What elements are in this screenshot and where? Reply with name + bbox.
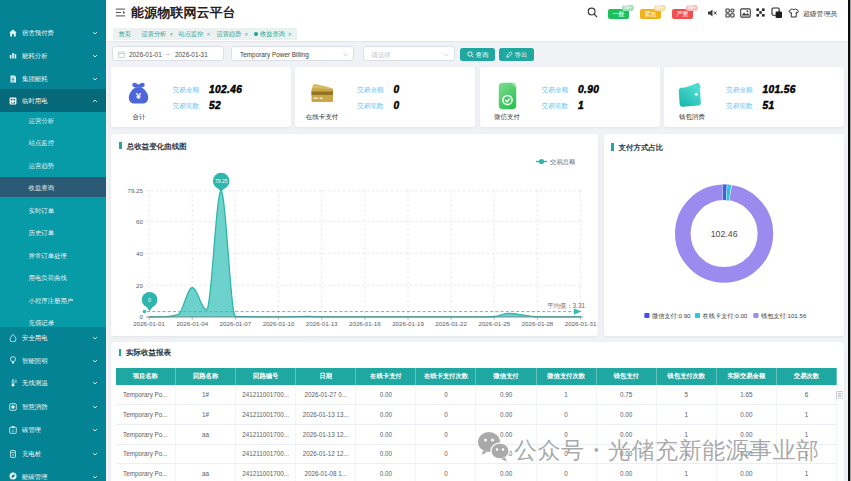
svg-text:2026-01-16: 2026-01-16 [349, 320, 381, 327]
svg-text:0: 0 [148, 297, 151, 303]
svg-text:79.25: 79.25 [215, 178, 228, 184]
svg-text:2026-01-31: 2026-01-31 [565, 320, 597, 327]
svg-text:40: 40 [136, 250, 143, 257]
svg-text:20: 20 [136, 282, 143, 289]
svg-text:60: 60 [136, 218, 143, 225]
svg-text:在线卡支付:0.00: 在线卡支付:0.00 [703, 312, 748, 320]
svg-text:2026-01-07: 2026-01-07 [220, 320, 252, 327]
svg-text:2026-01-25: 2026-01-25 [478, 320, 510, 327]
svg-text:交易总额: 交易总额 [550, 158, 576, 166]
svg-text:2026-01-19: 2026-01-19 [392, 320, 424, 327]
svg-text:微信支付:0.90: 微信支付:0.90 [651, 312, 691, 320]
svg-text:2026-01-10: 2026-01-10 [263, 320, 295, 327]
svg-text:2026-01-22: 2026-01-22 [435, 320, 467, 327]
svg-text:2026-01-28: 2026-01-28 [522, 320, 554, 327]
svg-text:钱包支付:101.56: 钱包支付:101.56 [760, 312, 807, 320]
svg-text:2026-01-01: 2026-01-01 [133, 320, 165, 327]
svg-text:C: C [12, 429, 15, 433]
svg-text:平均值：3.31: 平均值：3.31 [547, 302, 585, 309]
svg-text:¥: ¥ [136, 90, 142, 101]
svg-text:102.46: 102.46 [711, 229, 738, 239]
svg-text:2026-01-13: 2026-01-13 [306, 320, 338, 327]
svg-text:2026-01-04: 2026-01-04 [176, 320, 208, 327]
svg-text:79.25: 79.25 [128, 187, 144, 194]
